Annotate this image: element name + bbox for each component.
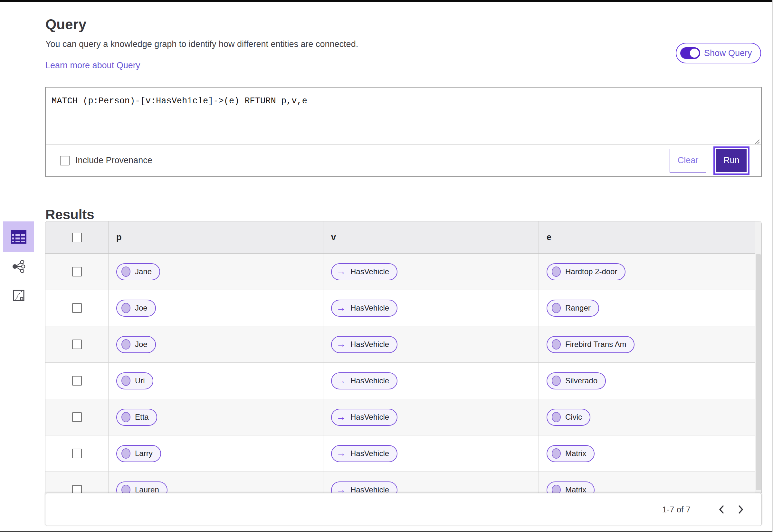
previous-page-button[interactable] [712,501,731,518]
graph-view-icon [12,260,25,273]
next-page-button[interactable] [731,501,750,518]
node-icon [552,412,561,422]
edge-pill-label: HasVehicle [350,413,389,422]
node-pill[interactable]: Etta [116,409,157,426]
node-pill[interactable]: Firebird Trans Am [546,336,635,353]
table-view-icon [11,230,26,244]
table-row: Jane → HasVehicle Hardtop 2-door [45,254,761,290]
clear-button[interactable]: Clear [670,149,706,173]
column-header-p: p [108,221,323,253]
edge-arrow-icon: → [336,266,346,276]
cell-p: Joe [108,326,323,362]
column-header-e: e [539,221,755,253]
node-pill-label: Firebird Trans Am [565,340,626,349]
cell-p: Larry [108,435,323,471]
table-row: Joe → HasVehicle Ranger [45,290,761,326]
scrollbar-thumb[interactable] [756,254,761,490]
tab-graph-view[interactable] [3,252,34,281]
include-provenance-checkbox[interactable] [60,156,70,165]
cell-v: → HasVehicle [323,399,539,435]
show-query-toggle[interactable]: Show Query [676,43,761,63]
row-checkbox[interactable] [72,449,82,458]
node-pill[interactable]: Joe [116,300,156,317]
page-title: Query [45,16,86,33]
table-row: Etta → HasVehicle Civic [45,399,761,435]
table-row: Joe → HasVehicle Firebird Trans Am [45,326,761,363]
toggle-knob[interactable] [690,49,699,58]
results-table-body: Jane → HasVehicle Hardtop 2-door Joe [45,254,761,493]
edge-pill[interactable]: → HasVehicle [331,263,397,280]
row-checkbox-cell [45,290,108,326]
node-icon [552,376,561,386]
select-all-checkbox[interactable] [72,233,82,242]
include-provenance-label: Include Provenance [75,155,152,165]
select-all-cell [45,221,108,253]
cell-v: → HasVehicle [323,435,539,471]
node-pill[interactable]: Matrix [546,445,595,462]
table-scrollbar[interactable] [755,221,761,493]
chevron-left-icon [718,505,725,514]
tab-table-view[interactable] [3,221,34,252]
node-pill[interactable]: Silverado [546,372,606,389]
row-checkbox-cell [45,399,108,435]
edge-arrow-icon: → [336,412,346,422]
textarea-resize-handle[interactable] [753,138,760,144]
cell-v: → HasVehicle [323,290,539,326]
toggle-on-icon[interactable] [680,47,700,59]
node-icon [121,376,130,386]
node-pill-label: Etta [135,413,149,422]
row-checkbox[interactable] [72,303,82,313]
results-view-switcher [3,221,34,310]
cell-v: → HasVehicle [323,363,539,399]
query-actions-bar: Include Provenance Clear Run [46,144,761,176]
row-checkbox-cell [45,363,108,399]
node-icon [121,485,130,493]
node-pill-label: Joe [135,340,147,349]
page-description: You can query a knowledge graph to ident… [45,39,358,49]
row-checkbox[interactable] [72,376,82,386]
edge-pill[interactable]: → HasVehicle [331,445,397,462]
node-pill[interactable]: Uri [116,372,153,389]
node-pill[interactable]: Matrix [546,481,595,493]
learn-more-link[interactable]: Learn more about Query [45,61,140,70]
node-pill-label: Lauren [135,485,159,493]
row-checkbox[interactable] [72,485,82,493]
table-row: Lauren → HasVehicle Matrix [45,472,761,493]
edge-arrow-icon: → [336,376,346,385]
node-pill-label: Silverado [565,376,598,385]
node-pill[interactable]: Civic [546,409,591,426]
node-pill[interactable]: Joe [116,336,156,353]
cell-e: Matrix [539,472,755,493]
node-icon [552,266,561,277]
row-checkbox-cell [45,254,108,290]
node-pill[interactable]: Jane [116,263,160,280]
node-icon [121,412,130,422]
query-textarea[interactable]: MATCH (p:Person)-[v:HasVehicle]->(e) RET… [46,88,761,145]
tab-chart-view[interactable] [3,281,34,310]
node-pill[interactable]: Hardtop 2-door [546,263,626,280]
node-pill-label: Matrix [565,449,586,458]
node-pill[interactable]: Lauren [116,481,167,493]
row-checkbox[interactable] [72,340,82,349]
cell-v: → HasVehicle [323,472,539,493]
node-pill[interactable]: Ranger [546,300,599,317]
edge-pill[interactable]: → HasVehicle [331,409,397,426]
edge-arrow-icon: → [336,485,346,493]
cell-e: Hardtop 2-door [539,254,755,290]
edge-pill-label: HasVehicle [350,449,389,458]
node-pill-label: Joe [135,303,147,313]
cell-p: Uri [108,363,323,399]
run-button[interactable]: Run [713,146,750,175]
node-icon [552,448,561,459]
edge-pill[interactable]: → HasVehicle [331,336,397,353]
node-pill[interactable]: Larry [116,445,161,462]
row-checkbox[interactable] [72,412,82,422]
query-text[interactable]: MATCH (p:Person)-[v:HasVehicle]->(e) RET… [46,88,761,107]
edge-pill[interactable]: → HasVehicle [331,372,397,389]
edge-pill[interactable]: → HasVehicle [331,481,397,493]
node-pill-label: Matrix [565,485,586,493]
row-checkbox[interactable] [72,267,82,276]
results-title: Results [45,207,94,222]
edge-pill[interactable]: → HasVehicle [331,300,397,317]
pagination-range-label: 1-7 of 7 [662,505,691,515]
